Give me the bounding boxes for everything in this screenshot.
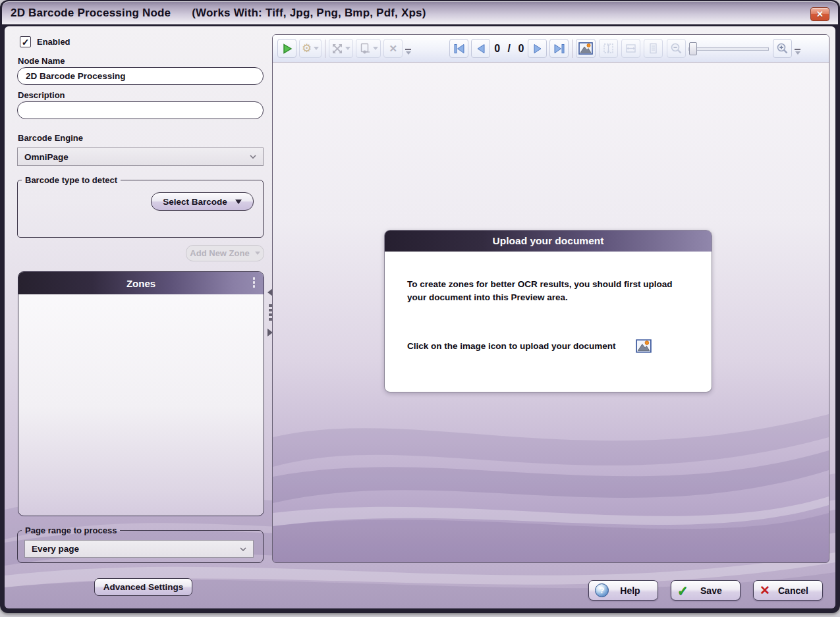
toolbar-separator [572,40,573,58]
select-barcode-label: Select Barcode [163,197,227,207]
page-separator: / [508,43,511,54]
toolbar-overflow-button[interactable] [405,49,411,55]
window-title-workswith: (Works With: Tiff, Jpg, Png, Bmp, Pdf, X… [192,7,426,19]
dropdown-arrow-icon [373,47,378,50]
document-icon [647,42,659,55]
zones-list [18,294,264,516]
barcode-engine-label: Barcode Engine [18,133,83,143]
page-range-group-label: Page range to process [22,525,120,535]
node-name-input[interactable] [17,67,264,85]
barcode-engine-select[interactable]: OmniPage [17,148,264,166]
advanced-settings-label: Advanced Settings [103,582,184,592]
upload-panel-header: Upload your document [385,230,712,252]
toolbar-overflow-button[interactable] [795,49,800,55]
barcode-type-group-label: Barcode type to detect [22,175,121,185]
dialog-content: ✓ Enabled Node Name Description Barcode … [5,26,835,608]
barcode-type-group: Barcode type to detect Select Barcode [17,175,264,238]
overflow-arrow-icon [795,51,800,55]
next-page-icon [531,42,544,55]
upload-panel-body: To create zones for better OCR results, … [385,252,712,353]
node-name-label: Node Name [18,56,65,66]
zoom-in-button[interactable] [773,39,792,58]
image-icon [578,42,593,55]
zoom-slider-track[interactable] [688,47,769,51]
dropdown-arrow-icon [345,47,350,50]
advanced-settings-button[interactable]: Advanced Settings [94,578,192,596]
overflow-arrow-icon [406,51,411,55]
cancel-x-icon: ✕ [760,584,770,597]
last-page-button[interactable] [549,39,569,58]
previous-page-button[interactable] [471,39,490,58]
dropdown-arrow-icon [314,47,319,50]
help-button[interactable]: ? Help [588,580,658,601]
description-label: Description [18,90,65,100]
first-page-icon [453,42,466,55]
last-page-icon [553,42,566,55]
first-page-button[interactable] [449,39,468,58]
window-title: 2D Barcode Processing Node (Works With: … [2,7,426,20]
zone-page-button[interactable] [356,39,381,58]
page-total: 0 [518,43,524,54]
toolbar-separator [325,40,325,58]
save-label: Save [688,585,734,596]
add-new-zone-button[interactable]: Add New Zone [186,245,264,261]
previous-page-icon [474,42,488,55]
run-button[interactable] [277,39,296,58]
actual-size-button[interactable] [644,39,663,58]
select-barcode-button[interactable]: Select Barcode [151,192,254,211]
fit-width-icon [625,42,637,55]
cancel-label: Cancel [770,585,816,596]
fit-page-icon [602,42,615,55]
settings-button[interactable]: ⚙ [299,39,322,58]
page-anchor-icon [358,43,371,55]
window-title-main: 2D Barcode Processing Node [11,7,171,19]
save-button[interactable]: ✓ Save [671,580,741,601]
cancel-button[interactable]: ✕ Cancel [753,580,823,601]
description-input[interactable] [17,101,264,119]
zoom-slider-thumb[interactable] [689,42,697,55]
preview-panel: ⚙ [272,34,829,563]
upload-hint-row: Click on the image icon to upload your d… [407,339,693,353]
close-icon: ✕ [816,9,824,19]
help-icon: ? [595,583,609,597]
barcode-engine-value: OmniPage [24,152,69,162]
zones-menu-icon[interactable] [253,277,256,288]
page-range-select[interactable]: Every page [24,540,254,558]
fit-page-button[interactable] [599,39,618,58]
zones-panel-header: Zones [18,272,264,294]
delete-zone-button[interactable]: ✕ [383,39,403,58]
zones-panel: Zones [18,271,264,516]
image-icon [636,339,652,353]
add-new-zone-label: Add New Zone [190,248,249,258]
splitter-grip[interactable] [269,304,272,321]
gear-icon: ⚙ [302,43,312,54]
enabled-label: Enabled [37,37,70,47]
dropdown-arrow-icon [235,200,242,204]
upload-image-button[interactable] [576,39,596,58]
dialog-window: 2D Barcode Processing Node (Works With: … [0,0,840,613]
help-label: Help [609,585,652,596]
zoom-out-button[interactable] [667,39,686,58]
resize-zone-button[interactable] [329,39,353,58]
page-current: 0 [494,43,500,54]
fit-width-button[interactable] [621,39,640,58]
page-range-group: Page range to process Every page [17,525,264,563]
zoom-slider[interactable] [688,41,769,56]
screen: 2D Barcode Processing Node (Works With: … [0,0,840,617]
play-icon [281,43,293,55]
save-check-icon: ✓ [677,584,688,597]
enabled-checkbox[interactable]: ✓ [20,36,31,47]
zoom-in-icon [776,42,789,55]
upload-hint-text: Click on the image icon to upload your d… [407,341,616,351]
zones-title: Zones [126,278,155,289]
close-button[interactable]: ✕ [810,7,829,21]
next-page-button[interactable] [528,39,547,58]
delete-icon: ✕ [389,43,397,53]
preview-waves [273,378,829,562]
page-range-value: Every page [32,544,79,554]
title-bar: 2D Barcode Processing Node (Works With: … [2,1,838,24]
crossed-arrows-icon [331,43,343,55]
page-counter: 0 / 0 [494,43,524,55]
chevron-down-icon [240,547,246,551]
zoom-out-icon [670,42,683,55]
